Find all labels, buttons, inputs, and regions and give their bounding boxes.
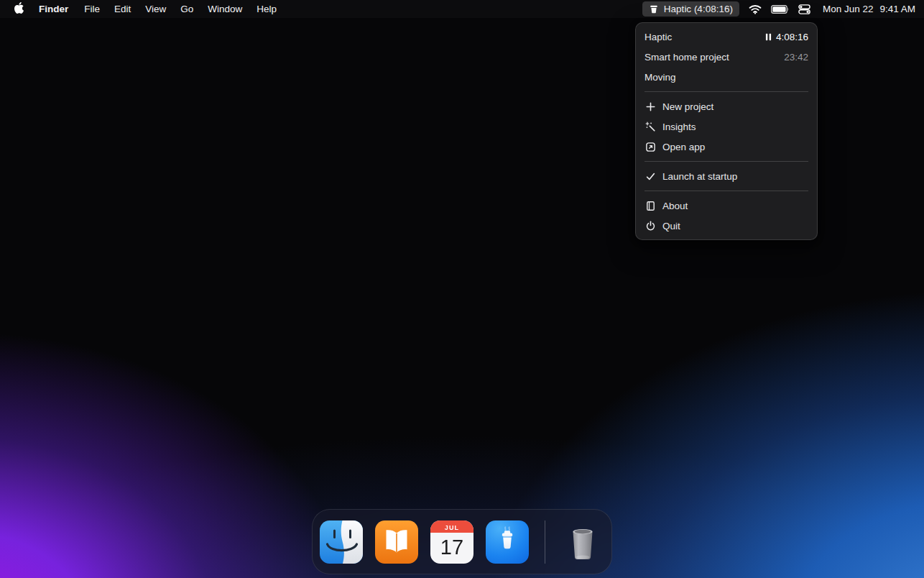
calendar-day: 17 [440, 536, 463, 559]
timer-row-moving[interactable]: Moving [636, 67, 817, 87]
timer-label: Haptic [645, 32, 672, 42]
menu-item-label: Quit [662, 221, 680, 231]
menu-item-label: New project [662, 101, 713, 112]
menu-finder[interactable]: Finder [30, 0, 77, 18]
plus-icon [645, 101, 657, 112]
haptic-status-label: Haptic (4:08:16) [664, 4, 733, 14]
haptic-status-item[interactable]: Haptic (4:08:16) [642, 1, 739, 17]
menu-item-insights[interactable]: Insights [636, 116, 817, 137]
menu-divider [645, 191, 808, 191]
calendar-month: JUL [445, 523, 460, 531]
apple-menu[interactable] [0, 0, 30, 18]
menu-divider [645, 161, 808, 162]
menu-bar-right: Haptic (4:08:16) Mon Jun 22 9:41 AM [642, 0, 924, 18]
calendar-icon: JUL 17 [430, 520, 473, 564]
menu-bar: Finder File Edit View Go Window Help Hap… [0, 0, 924, 18]
timer-row-smart-home[interactable]: Smart home project 23:42 [636, 47, 817, 67]
trash-icon [561, 520, 604, 564]
menu-item-new-project[interactable]: New project [636, 96, 817, 116]
wand-sparkles-icon [645, 121, 657, 132]
apple-logo-icon [14, 2, 24, 16]
haptic-app-icon [486, 520, 529, 564]
menu-item-quit[interactable]: Quit [636, 216, 817, 236]
timer-time: 23:42 [784, 52, 808, 63]
battery-icon[interactable] [771, 5, 789, 14]
desktop: Finder File Edit View Go Window Help Hap… [0, 0, 924, 578]
menu-window[interactable]: Window [200, 0, 249, 18]
control-center-icon[interactable] [798, 4, 810, 14]
menu-help[interactable]: Help [249, 0, 284, 18]
dock-item-haptic[interactable] [486, 520, 529, 564]
menu-item-label: About [662, 201, 688, 211]
books-icon [375, 520, 418, 564]
wifi-icon[interactable] [749, 4, 762, 14]
finder-icon [320, 520, 363, 564]
menu-item-label: Open app [662, 142, 705, 152]
menu-view[interactable]: View [138, 0, 173, 18]
dock-item-books[interactable] [375, 520, 418, 564]
menu-edit[interactable]: Edit [107, 0, 138, 18]
menu-item-label: Launch at startup [662, 171, 737, 182]
timer-time-running: 4:08:16 [765, 32, 808, 42]
clock-time: 9:41 AM [879, 4, 915, 14]
dock-item-trash[interactable] [561, 520, 604, 564]
menu-file[interactable]: File [77, 0, 107, 18]
menu-item-open-app[interactable]: Open app [636, 137, 817, 157]
checkmark-icon [645, 171, 657, 182]
pause-icon [765, 33, 772, 41]
menu-item-label: Insights [662, 121, 696, 132]
menu-divider [645, 91, 808, 92]
timer-row-haptic[interactable]: Haptic 4:08:16 [636, 27, 817, 47]
menu-item-launch-at-startup[interactable]: Launch at startup [636, 166, 817, 186]
power-icon [645, 221, 657, 231]
menu-bar-clock[interactable]: Mon Jun 22 9:41 AM [820, 4, 915, 14]
haptic-cup-icon [649, 4, 659, 14]
dock-item-finder[interactable] [320, 520, 363, 564]
open-app-icon [645, 142, 657, 152]
dock-item-calendar[interactable]: JUL 17 [430, 520, 473, 564]
menu-item-about[interactable]: About [636, 196, 817, 216]
timer-label: Smart home project [645, 52, 729, 63]
menu-bar-left: Finder File Edit View Go Window Help [0, 0, 284, 18]
haptic-menu: Haptic 4:08:16 Smart home project 23:42 … [635, 22, 818, 240]
book-icon [645, 201, 657, 211]
timer-label: Moving [645, 72, 676, 83]
dock-divider [545, 520, 545, 564]
dock: JUL 17 [312, 509, 612, 574]
menu-go[interactable]: Go [173, 0, 200, 18]
clock-date: Mon Jun 22 [823, 4, 874, 14]
